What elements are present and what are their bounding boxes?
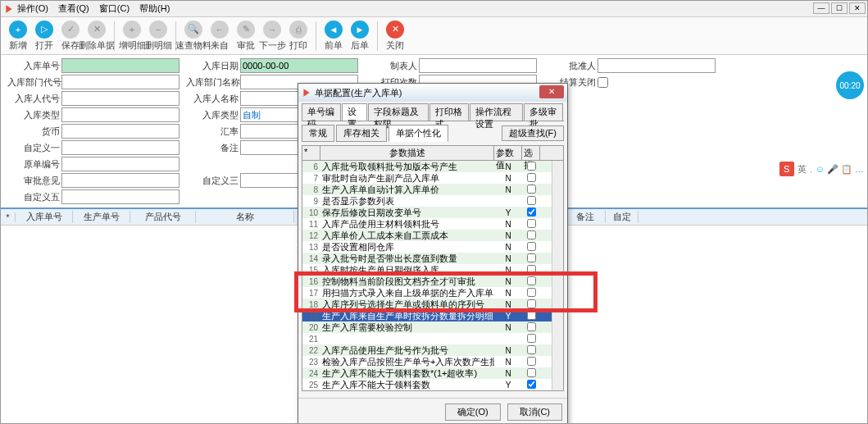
timer-widget[interactable]: 00:20 <box>836 71 864 99</box>
inp-批准人[interactable] <box>598 58 716 73</box>
param-check[interactable] <box>527 345 536 354</box>
param-check[interactable] <box>527 288 536 297</box>
param-check[interactable] <box>527 265 536 274</box>
param-check[interactable] <box>527 173 536 182</box>
tb-速查物料[interactable]: 🔍速查物料 <box>181 21 206 52</box>
param-row[interactable]: 15入库时按生产单日期倒序入库N <box>302 264 563 276</box>
param-row[interactable]: 13是否设置相同仓库N <box>302 241 563 253</box>
col-产品代号[interactable]: 产品代号 <box>130 211 196 223</box>
ime-tool-icon[interactable]: … <box>855 164 864 175</box>
ime-icon[interactable]: S <box>779 162 794 176</box>
tb-关闭[interactable]: ✕关闭 <box>383 21 407 52</box>
menu-help[interactable]: 帮助(H) <box>139 2 170 15</box>
param-check[interactable] <box>527 185 536 194</box>
param-check[interactable] <box>527 368 536 377</box>
param-row[interactable]: 12入库单价人工成本来自工票成本N <box>302 230 563 241</box>
menu-view[interactable]: 查看(Q) <box>58 2 89 15</box>
tab-单号编码[interactable]: 单号编码 <box>302 103 341 121</box>
ime-tool-icon[interactable]: ☺ <box>816 164 825 175</box>
tab-设置[interactable]: 设置 <box>342 103 367 121</box>
param-check[interactable] <box>527 196 536 205</box>
param-check[interactable] <box>527 380 536 389</box>
inp-货币[interactable] <box>61 124 180 139</box>
tab-字段标题及权限[interactable]: 字段标题及权限 <box>368 103 429 121</box>
param-row[interactable]: 24生产入库不能大于领料套数*(1+超收率)N <box>302 367 563 379</box>
min-button[interactable]: — <box>813 2 829 14</box>
menu-win[interactable]: 窗口(C) <box>99 2 130 15</box>
inp-入库单号[interactable] <box>61 58 180 73</box>
param-check[interactable] <box>527 230 536 239</box>
tb-前单[interactable]: ◄前单 <box>321 21 346 52</box>
param-row[interactable]: 6入库批号取领料批号加版本号产生N <box>302 161 563 172</box>
col-*[interactable]: * <box>1 212 16 222</box>
param-row[interactable]: 22入库产品使用生产批号作为批号N <box>302 344 563 356</box>
subtab-库存相关[interactable]: 库存相关 <box>336 125 387 142</box>
param-row[interactable]: 8生产入库单自动计算入库单价N <box>302 184 563 195</box>
close-button[interactable]: ✕ <box>849 2 866 14</box>
cancel-button[interactable]: 取消(C) <box>507 403 562 421</box>
inp-制表人[interactable] <box>419 58 537 73</box>
param-row[interactable]: 21 <box>302 333 563 344</box>
param-row[interactable]: 16控制物料当前阶段图文档齐全才可审批N <box>302 276 563 287</box>
param-row[interactable]: 9是否显示参数列表 <box>302 195 563 207</box>
tb-来自[interactable]: ←来自 <box>207 21 232 52</box>
param-check[interactable] <box>527 299 536 308</box>
param-check[interactable] <box>527 253 536 262</box>
inp-原单编号[interactable] <box>61 157 180 171</box>
tb-新增[interactable]: +新增 <box>6 21 30 52</box>
param-check[interactable] <box>527 311 536 320</box>
param-check[interactable] <box>527 276 536 285</box>
param-check[interactable] <box>527 242 536 251</box>
param-check[interactable] <box>527 322 536 331</box>
subtab-常规[interactable]: 常规 <box>302 125 334 142</box>
param-row[interactable]: 11入库产品使用主材料领料批号N <box>302 218 563 230</box>
param-check[interactable] <box>527 162 536 171</box>
col-入库单号[interactable]: 入库单号 <box>16 211 73 223</box>
param-row[interactable]: 10保存后修改日期改变单号Y <box>302 207 563 218</box>
col-名称[interactable]: 名称 <box>196 211 294 223</box>
tb-审批[interactable]: ✎审批 <box>234 21 258 52</box>
tb-增明细[interactable]: +增明细 <box>120 21 144 52</box>
inp-入库类型1[interactable] <box>61 107 180 122</box>
inp-自定义五[interactable] <box>61 189 180 204</box>
param-row[interactable]: 18入库序列号选择生产单或领料单的序列号N <box>302 299 563 310</box>
param-check[interactable] <box>527 357 536 366</box>
tb-下一步[interactable]: →下一步 <box>260 21 284 52</box>
dialog-close-button[interactable]: ✕ <box>539 85 564 98</box>
inp-入库部门代号[interactable] <box>61 75 180 89</box>
scrollbar[interactable] <box>552 161 563 390</box>
tab-操作流程设置[interactable]: 操作流程设置 <box>470 103 523 121</box>
param-row[interactable]: 25生产入库不能大于领料套数Y <box>302 379 563 390</box>
chk-结算关闭[interactable] <box>598 77 608 88</box>
super-find-button[interactable]: 超级查找(F) <box>502 125 564 141</box>
inp-入库日期[interactable] <box>240 58 358 73</box>
subtab-单据个性化[interactable]: 单据个性化 <box>389 125 448 142</box>
inp-自定义一[interactable] <box>61 140 180 155</box>
tb-删除单据[interactable]: ✕删除单据 <box>84 21 109 52</box>
param-check[interactable] <box>527 334 536 343</box>
col-生产单号[interactable]: 生产单号 <box>73 211 130 223</box>
inp-审批意见[interactable] <box>61 173 180 188</box>
tb-后单[interactable]: ►后单 <box>348 21 372 52</box>
col-自定[interactable]: 自定 <box>606 211 639 223</box>
tab-打印格式[interactable]: 打印格式 <box>429 103 469 121</box>
max-button[interactable]: ☐ <box>831 2 848 14</box>
menu-op[interactable]: 操作(O) <box>17 2 48 15</box>
ime-tool-icon[interactable]: 🎤 <box>827 164 838 175</box>
ime-tool-icon[interactable]: 📋 <box>841 164 852 175</box>
col-备注[interactable]: 备注 <box>565 211 606 223</box>
param-check[interactable] <box>527 219 536 228</box>
param-row[interactable]: 14录入批号时是否带出长度值到数量N <box>302 253 563 264</box>
param-row[interactable]: 19生产入库来自生产单时按拆分数量拆分明细Y <box>302 310 563 321</box>
param-check[interactable] <box>527 207 536 217</box>
inp-入库人代号[interactable] <box>61 91 180 106</box>
tb-打印[interactable]: ⎙打印 <box>286 21 311 52</box>
ok-button[interactable]: 确定(O) <box>445 403 501 421</box>
param-row[interactable]: 23检验入库产品按照生产单号+入库次数产生批号N <box>302 356 563 367</box>
param-row[interactable]: 17用扫描方式录入来自上级单据的生产入库单N <box>302 287 563 299</box>
tb-打开[interactable]: ▷打开 <box>32 21 57 52</box>
param-row[interactable]: 7审批时自动产生副产品入库单N <box>302 172 563 184</box>
tb-删明细[interactable]: −删明细 <box>146 21 170 52</box>
tab-多级审批[interactable]: 多级审批 <box>524 103 563 121</box>
param-row[interactable]: 20生产入库需要校验控制N <box>302 321 563 333</box>
